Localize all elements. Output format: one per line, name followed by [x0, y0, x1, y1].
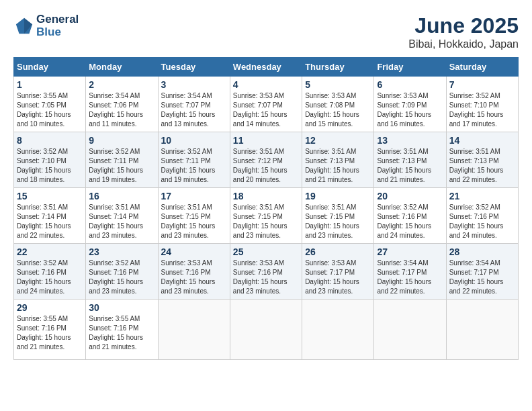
location-title: Bibai, Hokkaido, Japan [408, 38, 519, 50]
day-number: 29 [17, 302, 83, 313]
day-info: Sunrise: 3:51 AM Sunset: 7:15 PM Dayligh… [305, 203, 371, 240]
day-number: 16 [89, 191, 154, 201]
calendar-cell: 24Sunrise: 3:53 AM Sunset: 7:16 PM Dayli… [158, 244, 230, 300]
day-info: Sunrise: 3:52 AM Sunset: 7:16 PM Dayligh… [449, 203, 515, 240]
day-number: 13 [377, 135, 443, 146]
calendar-week-5: 29Sunrise: 3:55 AM Sunset: 7:16 PM Dayli… [14, 300, 519, 360]
calendar-week-2: 8Sunrise: 3:52 AM Sunset: 7:10 PM Daylig… [14, 132, 519, 188]
day-info: Sunrise: 3:52 AM Sunset: 7:16 PM Dayligh… [377, 203, 443, 240]
calendar-cell: 2Sunrise: 3:54 AM Sunset: 7:06 PM Daylig… [86, 77, 158, 132]
day-number: 10 [161, 135, 227, 146]
day-info: Sunrise: 3:53 AM Sunset: 7:08 PM Dayligh… [305, 91, 371, 129]
calendar-cell: 11Sunrise: 3:51 AM Sunset: 7:12 PM Dayli… [230, 132, 302, 188]
day-number: 17 [161, 191, 227, 201]
day-number: 3 [161, 79, 227, 90]
weekday-header-thursday: Thursday [302, 58, 374, 77]
weekday-header-sunday: Sunday [14, 58, 86, 77]
calendar-cell: 21Sunrise: 3:52 AM Sunset: 7:16 PM Dayli… [446, 188, 518, 244]
calendar-cell: 28Sunrise: 3:54 AM Sunset: 7:17 PM Dayli… [446, 244, 518, 300]
calendar-cell: 27Sunrise: 3:54 AM Sunset: 7:17 PM Dayli… [374, 244, 446, 300]
day-info: Sunrise: 3:54 AM Sunset: 7:07 PM Dayligh… [161, 91, 227, 129]
day-number: 7 [449, 79, 515, 90]
day-info: Sunrise: 3:54 AM Sunset: 7:06 PM Dayligh… [89, 91, 154, 129]
day-number: 24 [161, 246, 227, 257]
logo-blue-text: Blue [36, 26, 79, 39]
day-info: Sunrise: 3:52 AM Sunset: 7:11 PM Dayligh… [89, 147, 154, 185]
day-number: 15 [17, 191, 83, 201]
day-info: Sunrise: 3:55 AM Sunset: 7:05 PM Dayligh… [17, 91, 83, 129]
calendar-cell [302, 300, 374, 360]
month-title: June 2025 [408, 13, 519, 38]
day-number: 2 [89, 79, 154, 90]
weekday-header-wednesday: Wednesday [230, 58, 302, 77]
day-number: 12 [305, 135, 371, 146]
calendar-cell: 23Sunrise: 3:52 AM Sunset: 7:16 PM Dayli… [86, 244, 158, 300]
day-number: 27 [377, 246, 443, 257]
day-number: 30 [89, 302, 154, 313]
day-number: 1 [17, 79, 83, 90]
day-number: 28 [449, 246, 515, 257]
calendar-cell: 14Sunrise: 3:51 AM Sunset: 7:13 PM Dayli… [446, 132, 518, 188]
calendar-cell: 18Sunrise: 3:51 AM Sunset: 7:15 PM Dayli… [230, 188, 302, 244]
calendar-body: 1Sunrise: 3:55 AM Sunset: 7:05 PM Daylig… [14, 77, 519, 360]
day-number: 19 [305, 191, 371, 201]
logo: General Blue [13, 13, 79, 38]
calendar-cell: 20Sunrise: 3:52 AM Sunset: 7:16 PM Dayli… [374, 188, 446, 244]
calendar-cell: 25Sunrise: 3:53 AM Sunset: 7:16 PM Dayli… [230, 244, 302, 300]
calendar-cell: 5Sunrise: 3:53 AM Sunset: 7:08 PM Daylig… [302, 77, 374, 132]
calendar-cell: 1Sunrise: 3:55 AM Sunset: 7:05 PM Daylig… [14, 77, 86, 132]
logo-general-text: General [36, 13, 79, 26]
day-info: Sunrise: 3:53 AM Sunset: 7:17 PM Dayligh… [305, 259, 371, 296]
calendar-cell: 12Sunrise: 3:51 AM Sunset: 7:13 PM Dayli… [302, 132, 374, 188]
day-info: Sunrise: 3:52 AM Sunset: 7:10 PM Dayligh… [17, 147, 83, 185]
day-info: Sunrise: 3:53 AM Sunset: 7:09 PM Dayligh… [377, 91, 443, 129]
calendar-cell: 29Sunrise: 3:55 AM Sunset: 7:16 PM Dayli… [14, 300, 86, 360]
calendar-cell: 30Sunrise: 3:55 AM Sunset: 7:16 PM Dayli… [86, 300, 158, 360]
day-info: Sunrise: 3:52 AM Sunset: 7:11 PM Dayligh… [161, 147, 227, 185]
day-number: 26 [305, 246, 371, 257]
day-number: 18 [233, 191, 299, 201]
day-info: Sunrise: 3:51 AM Sunset: 7:15 PM Dayligh… [233, 203, 299, 240]
calendar-week-3: 15Sunrise: 3:51 AM Sunset: 7:14 PM Dayli… [14, 188, 519, 244]
calendar-cell [446, 300, 518, 360]
day-number: 14 [449, 135, 515, 146]
calendar-cell: 13Sunrise: 3:51 AM Sunset: 7:13 PM Dayli… [374, 132, 446, 188]
weekday-header-friday: Friday [374, 58, 446, 77]
day-number: 23 [89, 246, 154, 257]
day-info: Sunrise: 3:52 AM Sunset: 7:16 PM Dayligh… [89, 259, 154, 296]
day-info: Sunrise: 3:51 AM Sunset: 7:14 PM Dayligh… [89, 203, 154, 240]
day-info: Sunrise: 3:53 AM Sunset: 7:16 PM Dayligh… [161, 259, 227, 296]
calendar-cell: 17Sunrise: 3:51 AM Sunset: 7:15 PM Dayli… [158, 188, 230, 244]
day-info: Sunrise: 3:51 AM Sunset: 7:12 PM Dayligh… [233, 147, 299, 185]
day-info: Sunrise: 3:51 AM Sunset: 7:14 PM Dayligh… [17, 203, 83, 240]
calendar-cell [374, 300, 446, 360]
day-number: 8 [17, 135, 83, 146]
calendar-cell: 15Sunrise: 3:51 AM Sunset: 7:14 PM Dayli… [14, 188, 86, 244]
day-number: 4 [233, 79, 299, 90]
calendar-cell [158, 300, 230, 360]
page-header: General Blue June 2025 Bibai, Hokkaido, … [13, 13, 519, 50]
day-number: 22 [17, 246, 83, 257]
day-info: Sunrise: 3:53 AM Sunset: 7:07 PM Dayligh… [233, 91, 299, 129]
calendar-cell: 7Sunrise: 3:52 AM Sunset: 7:10 PM Daylig… [446, 77, 518, 132]
calendar-cell: 6Sunrise: 3:53 AM Sunset: 7:09 PM Daylig… [374, 77, 446, 132]
weekday-header-saturday: Saturday [446, 58, 518, 77]
day-info: Sunrise: 3:54 AM Sunset: 7:17 PM Dayligh… [377, 259, 443, 296]
calendar-table: SundayMondayTuesdayWednesdayThursdayFrid… [13, 57, 519, 360]
day-number: 5 [305, 79, 371, 90]
calendar-header: SundayMondayTuesdayWednesdayThursdayFrid… [14, 58, 519, 77]
calendar-cell: 8Sunrise: 3:52 AM Sunset: 7:10 PM Daylig… [14, 132, 86, 188]
title-area: June 2025 Bibai, Hokkaido, Japan [408, 13, 519, 50]
day-info: Sunrise: 3:54 AM Sunset: 7:17 PM Dayligh… [449, 259, 515, 296]
calendar-week-1: 1Sunrise: 3:55 AM Sunset: 7:05 PM Daylig… [14, 77, 519, 132]
day-number: 9 [89, 135, 154, 146]
calendar-cell: 10Sunrise: 3:52 AM Sunset: 7:11 PM Dayli… [158, 132, 230, 188]
day-number: 6 [377, 79, 443, 90]
day-info: Sunrise: 3:52 AM Sunset: 7:10 PM Dayligh… [449, 91, 515, 129]
calendar-cell: 16Sunrise: 3:51 AM Sunset: 7:14 PM Dayli… [86, 188, 158, 244]
day-info: Sunrise: 3:51 AM Sunset: 7:15 PM Dayligh… [161, 203, 227, 240]
day-number: 11 [233, 135, 299, 146]
weekday-header-row: SundayMondayTuesdayWednesdayThursdayFrid… [14, 58, 519, 77]
day-info: Sunrise: 3:51 AM Sunset: 7:13 PM Dayligh… [377, 147, 443, 185]
calendar-cell [230, 300, 302, 360]
